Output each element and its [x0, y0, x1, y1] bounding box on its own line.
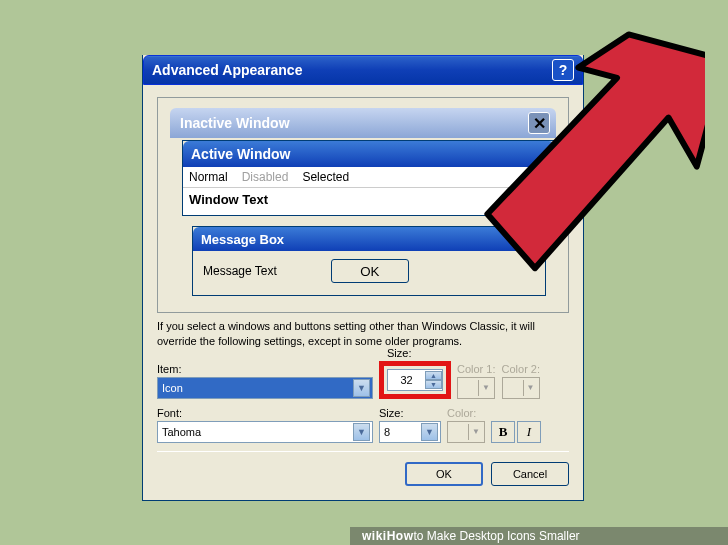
item-label: Item: — [157, 363, 373, 375]
size-highlight-box: Size: 32 ▲ ▼ — [379, 361, 451, 399]
menu-selected: Selected — [302, 170, 349, 184]
dialog-button-row: OK Cancel — [157, 451, 569, 486]
chevron-down-icon: ▼ — [353, 423, 370, 441]
font-size-label: Size: — [379, 407, 441, 419]
item-combo[interactable]: Icon ▼ — [157, 377, 373, 399]
font-label: Font: — [157, 407, 373, 419]
item-size-value: 32 — [400, 374, 412, 386]
font-combo[interactable]: Tahoma ▼ — [157, 421, 373, 443]
menu-normal: Normal — [189, 170, 228, 184]
message-box-title: Message Box — [201, 232, 284, 247]
chevron-down-icon: ▼ — [468, 424, 483, 440]
close-icon: ✕ — [528, 112, 550, 134]
inactive-window-title: Inactive Window — [180, 115, 290, 131]
message-ok-button: OK — [331, 259, 409, 283]
chevron-down-icon: ▼ — [353, 379, 370, 397]
font-value: Tahoma — [162, 426, 201, 438]
font-color-button: ▼ — [447, 421, 485, 443]
dialog-body: Inactive Window ✕ Active Window Normal D… — [143, 85, 583, 500]
size-label: Size: — [387, 347, 411, 359]
color2-button: ▼ — [502, 377, 540, 399]
color2-label: Color 2: — [502, 363, 541, 375]
chevron-down-icon[interactable]: ▼ — [425, 380, 442, 389]
preview-active-window: Active Window Normal Disabled Selected W… — [182, 140, 556, 216]
font-size-combo[interactable]: 8 ▼ — [379, 421, 441, 443]
color1-label: Color 1: — [457, 363, 496, 375]
close-icon: ✕ — [521, 229, 541, 249]
menu-disabled: Disabled — [242, 170, 289, 184]
font-row: Font: Tahoma ▼ Size: 8 ▼ Color: ▼ — [157, 407, 569, 443]
font-size-value: 8 — [384, 426, 390, 438]
active-window-titlebar: Active Window — [183, 141, 555, 167]
dialog-titlebar[interactable]: Advanced Appearance ? — [143, 55, 583, 85]
chevron-down-icon: ▼ — [421, 423, 438, 441]
message-box-body: Message Text OK — [193, 251, 545, 295]
chevron-down-icon: ▼ — [478, 380, 493, 396]
advanced-appearance-dialog: Advanced Appearance ? Inactive Window ✕ … — [142, 55, 584, 501]
wikihow-caption: wikiHow to Make Desktop Icons Smaller — [350, 527, 728, 545]
chevron-down-icon: ▼ — [523, 380, 538, 396]
caption-text: to Make Desktop Icons Smaller — [414, 529, 580, 543]
wikihow-logo: wikiHow — [362, 529, 414, 543]
item-size-spinner[interactable]: 32 ▲ ▼ — [387, 369, 443, 391]
dialog-title: Advanced Appearance — [152, 62, 302, 78]
active-window-title: Active Window — [191, 146, 290, 162]
font-color-label: Color: — [447, 407, 485, 419]
help-button[interactable]: ? — [552, 59, 574, 81]
description-text: If you select a windows and buttons sett… — [157, 319, 569, 349]
italic-button[interactable]: I — [517, 421, 541, 443]
preview-inactive-window-titlebar: Inactive Window ✕ — [170, 108, 556, 138]
color1-button: ▼ — [457, 377, 495, 399]
preview-menu: Normal Disabled Selected — [183, 167, 555, 187]
cancel-button[interactable]: Cancel — [491, 462, 569, 486]
chevron-up-icon[interactable]: ▲ — [425, 371, 442, 380]
item-row: Item: Icon ▼ Size: 32 ▲ ▼ — [157, 361, 569, 399]
bold-button[interactable]: B — [491, 421, 515, 443]
message-box-titlebar: Message Box ✕ — [193, 227, 545, 251]
preview-window-text: Window Text — [183, 187, 555, 215]
ok-button[interactable]: OK — [405, 462, 483, 486]
message-text: Message Text — [203, 264, 277, 278]
appearance-preview: Inactive Window ✕ Active Window Normal D… — [157, 97, 569, 313]
preview-message-box: Message Box ✕ Message Text OK — [192, 226, 546, 296]
item-value: Icon — [162, 382, 183, 394]
